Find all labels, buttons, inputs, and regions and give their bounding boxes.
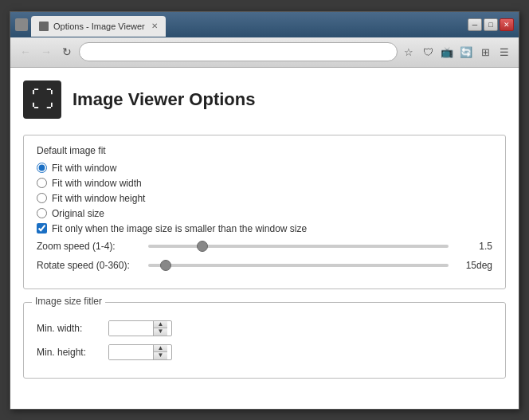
- title-bar: Options - Image Viewer ✕ ─ □ ✕: [10, 12, 519, 37]
- rotate-speed-label: Rotate speed (0-360):: [37, 260, 140, 271]
- tab-label: Options - Image Viewer: [53, 22, 145, 31]
- radio-fit-width: Fit with window width: [37, 178, 492, 189]
- maximize-button[interactable]: □: [484, 18, 498, 31]
- radio-fit-height-input[interactable]: [37, 193, 47, 203]
- address-bar[interactable]: [79, 42, 398, 61]
- tab-favicon: [39, 22, 49, 31]
- forward-button[interactable]: →: [37, 43, 55, 61]
- min-height-input[interactable]: 100: [109, 345, 153, 359]
- image-filter-section: Image size fitler Min. width: 100 ▲ ▼ Mi…: [23, 302, 506, 379]
- reload-button[interactable]: ↻: [58, 43, 76, 61]
- shield-icon[interactable]: 🛡: [420, 44, 436, 60]
- minimize-button[interactable]: ─: [468, 18, 482, 31]
- star-icon[interactable]: ☆: [401, 44, 417, 60]
- checkbox-fit-smaller: Fit only when the image size is smaller …: [37, 223, 492, 234]
- back-button[interactable]: ←: [17, 43, 34, 61]
- radio-fit-window-label[interactable]: Fit with window: [52, 163, 116, 174]
- cast-icon[interactable]: 📺: [439, 44, 455, 60]
- min-width-input[interactable]: 100: [109, 321, 153, 336]
- zoom-speed-slider[interactable]: [148, 245, 449, 248]
- min-width-spinner: 100 ▲ ▼: [108, 320, 172, 336]
- min-height-row: Min. height: 100 ▲ ▼: [37, 344, 492, 360]
- radio-original-size: Original size: [37, 208, 492, 219]
- zoom-speed-value: 1.5: [457, 241, 492, 252]
- apps-icon[interactable]: ⊞: [477, 44, 493, 60]
- min-height-spinner: 100 ▲ ▼: [108, 344, 172, 360]
- rotate-speed-row: Rotate speed (0-360): 15deg: [37, 260, 492, 271]
- header-icon: ⛶: [23, 80, 61, 119]
- radio-fit-width-label[interactable]: Fit with window width: [52, 178, 142, 189]
- radio-fit-height: Fit with window height: [37, 193, 492, 204]
- nav-icons: ☆ 🛡 📺 🔄 ⊞ ☰: [401, 44, 512, 60]
- radio-group-label: Default image fit: [37, 145, 492, 156]
- menu-icon[interactable]: ☰: [496, 44, 512, 60]
- radio-fit-window: Fit with window: [37, 163, 492, 174]
- min-width-row: Min. width: 100 ▲ ▼: [37, 320, 492, 336]
- page-title: Image Viewer Options: [72, 89, 255, 110]
- browser-tab[interactable]: Options - Image Viewer ✕: [31, 16, 166, 37]
- nav-bar: ← → ↻ ☆ 🛡 📺 🔄 ⊞ ☰: [10, 37, 519, 68]
- section-legend: Image size fitler: [32, 296, 105, 307]
- radio-original-size-label[interactable]: Original size: [52, 208, 104, 219]
- radio-fit-window-input[interactable]: [37, 163, 47, 173]
- default-fit-section: Default image fit Fit with window Fit wi…: [23, 135, 506, 289]
- sync-icon[interactable]: 🔄: [458, 44, 474, 60]
- min-height-down-button[interactable]: ▼: [154, 351, 167, 359]
- window-controls: ─ □ ✕: [468, 18, 514, 31]
- zoom-speed-row: Zoom speed (1-4): 1.5: [37, 241, 492, 252]
- checkbox-fit-smaller-input[interactable]: [37, 223, 47, 234]
- page-content: ⛶ Image Viewer Options Default image fit…: [10, 68, 519, 409]
- checkbox-fit-smaller-label[interactable]: Fit only when the image size is smaller …: [52, 223, 307, 234]
- min-width-label: Min. width:: [37, 323, 100, 334]
- move-icon: ⛶: [31, 88, 53, 111]
- browser-favicon: [15, 18, 28, 31]
- min-width-spinner-buttons: ▲ ▼: [153, 321, 167, 336]
- rotate-speed-value: 15deg: [457, 260, 492, 271]
- page-header: ⛶ Image Viewer Options: [23, 80, 506, 119]
- zoom-speed-label: Zoom speed (1-4):: [37, 241, 140, 252]
- radio-fit-height-label[interactable]: Fit with window height: [52, 193, 145, 204]
- radio-original-size-input[interactable]: [37, 208, 47, 218]
- min-height-spinner-buttons: ▲ ▼: [153, 345, 167, 359]
- min-height-label: Min. height:: [37, 347, 100, 358]
- min-width-up-button[interactable]: ▲: [154, 321, 167, 328]
- radio-fit-width-input[interactable]: [37, 178, 47, 188]
- browser-window: Options - Image Viewer ✕ ─ □ ✕ ← → ↻ ☆ 🛡…: [10, 11, 519, 410]
- min-width-down-button[interactable]: ▼: [154, 328, 167, 336]
- tab-close-button[interactable]: ✕: [151, 22, 158, 30]
- close-button[interactable]: ✕: [500, 18, 514, 31]
- rotate-speed-slider[interactable]: [148, 264, 449, 267]
- min-height-up-button[interactable]: ▲: [154, 345, 167, 352]
